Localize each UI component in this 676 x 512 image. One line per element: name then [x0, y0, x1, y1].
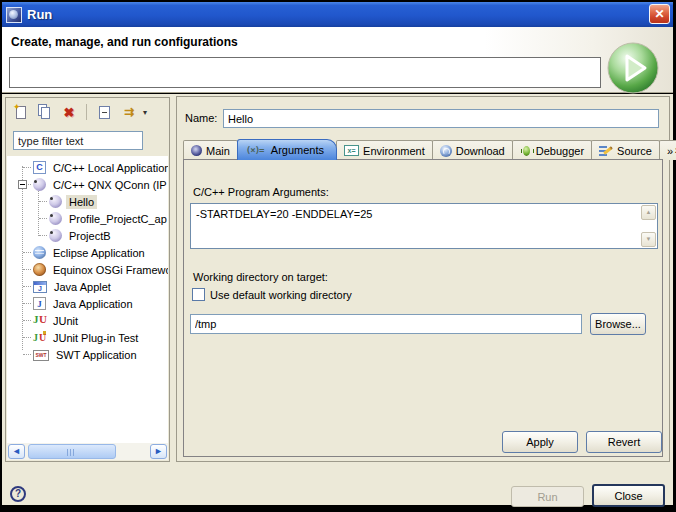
tree-item-label: C/C++ Local Application: [50, 161, 168, 175]
scroll-down-icon[interactable]: ▼: [641, 232, 656, 247]
swt-application-icon: [33, 350, 49, 361]
scroll-left-icon[interactable]: ◄: [8, 444, 25, 459]
eclipse-app-icon: [6, 7, 22, 23]
filter-icon[interactable]: ⇉: [119, 103, 137, 121]
tree-item-java-application[interactable]: Java Application: [7, 295, 168, 312]
junit-icon: [33, 314, 46, 327]
tree-item-label: ProjectB: [66, 229, 114, 243]
new-configuration-icon[interactable]: ✦: [12, 103, 30, 121]
use-default-label: Use default working directory: [210, 289, 352, 301]
duplicate-configuration-icon[interactable]: [36, 103, 54, 121]
tree-item-label: Java Applet: [51, 280, 114, 294]
delete-configuration-icon[interactable]: ✖: [60, 103, 78, 121]
tab-main[interactable]: Main: [183, 140, 238, 160]
tree-item-equinox-osgi[interactable]: Equinox OSGi Framewo: [7, 261, 168, 278]
tab-label: Debugger: [536, 145, 584, 157]
tree-item-label-selected: Hello: [66, 195, 97, 209]
overflow-tabs-icon: »: [667, 145, 673, 157]
revert-button[interactable]: Revert: [586, 431, 662, 453]
tab-label: Environment: [363, 145, 425, 157]
name-input[interactable]: [223, 109, 659, 128]
toolbar-separator: [86, 104, 87, 120]
tab-debugger[interactable]: Debugger: [512, 140, 592, 160]
scroll-right-icon[interactable]: ►: [150, 444, 167, 459]
tree-item-java-applet[interactable]: Java Applet: [7, 278, 168, 295]
working-directory-input[interactable]: [190, 314, 582, 334]
tree-item-projectb[interactable]: ProjectB: [7, 227, 168, 244]
tree-item-label: JUnit: [50, 314, 81, 328]
tab-overflow[interactable]: »2: [659, 140, 676, 160]
tree-item-label: Profile_ProjectC_ap: [66, 212, 168, 226]
filter-input[interactable]: [13, 131, 143, 150]
configuration-tabs: Main Arguments Environment Download Debu…: [183, 139, 676, 160]
configurations-tree: C/C++ Local Application C/C++ QNX QConn …: [7, 156, 168, 443]
dialog-header: Create, manage, and run configurations: [2, 27, 673, 93]
qnx-qconn-icon: [33, 178, 46, 191]
tree-item-label: Java Application: [50, 297, 136, 311]
run-dialog-window: Run ✕ Create, manage, and run configurat…: [0, 0, 676, 512]
source-tab-icon: [599, 145, 613, 157]
tree-item-junit-plugin-test[interactable]: JUnit Plug-in Test: [7, 329, 168, 346]
download-tab-icon: [440, 145, 452, 157]
tab-download[interactable]: Download: [432, 140, 513, 160]
program-arguments-label: C/C++ Program Arguments:: [193, 186, 329, 198]
run-banner-icon: [607, 42, 661, 96]
tree-item-label: Equinox OSGi Framewo: [50, 263, 168, 277]
close-window-button[interactable]: ✕: [649, 4, 670, 24]
title-bar[interactable]: Run ✕: [2, 2, 673, 27]
tree-item-profile-projectc[interactable]: Profile_ProjectC_ap: [7, 210, 168, 227]
tree-item-label: SWT Application: [53, 348, 140, 362]
arguments-tab-icon: [246, 144, 267, 156]
run-button-disabled[interactable]: Run: [511, 486, 584, 507]
message-area: [9, 57, 601, 88]
tab-label: Source: [617, 145, 652, 157]
use-default-working-directory-row: Use default working directory: [192, 288, 352, 301]
name-label: Name:: [185, 112, 217, 124]
window-title: Run: [27, 7, 52, 22]
eclipse-application-icon: [33, 246, 46, 259]
java-applet-icon: [33, 281, 47, 293]
tree-item-swt-application[interactable]: SWT Application: [7, 346, 168, 363]
qnx-qconn-icon: [49, 195, 62, 208]
tree-item-hello[interactable]: Hello: [7, 193, 168, 210]
tab-arguments[interactable]: Arguments: [237, 139, 337, 160]
tree-item-label: Eclipse Application: [50, 246, 148, 260]
tree-horizontal-scrollbar[interactable]: ◄ ►: [7, 443, 168, 460]
tree-item-label: JUnit Plug-in Test: [50, 331, 141, 345]
program-arguments-value: -STARTDELAY=20 -ENDDELAY=25: [196, 208, 637, 220]
tree-item-cpp-local[interactable]: C/C++ Local Application: [7, 159, 168, 176]
tree-item-junit[interactable]: JUnit: [7, 312, 168, 329]
configurations-toolbar: ✦ ✖ ⇉ ▾: [6, 98, 169, 126]
configurations-panel: ✦ ✖ ⇉ ▾ C/C++ Local Application C/C++ QN…: [5, 97, 170, 462]
tree-item-eclipse-application[interactable]: Eclipse Application: [7, 244, 168, 261]
debugger-tab-icon: [520, 145, 532, 157]
tree-item-qnx-qconn[interactable]: C/C++ QNX QConn (IP: [7, 176, 168, 193]
tab-environment[interactable]: Environment: [336, 140, 433, 160]
main-tab-icon: [191, 145, 202, 156]
equinox-osgi-icon: [33, 263, 46, 276]
qnx-qconn-icon: [49, 229, 62, 242]
apply-button[interactable]: Apply: [502, 431, 578, 453]
toolbar-dropdown-icon[interactable]: ▾: [143, 108, 153, 117]
java-application-icon: [33, 297, 46, 310]
arguments-tab-content: C/C++ Program Arguments: -STARTDELAY=20 …: [183, 159, 663, 457]
environment-tab-icon: [344, 145, 359, 156]
collapse-all-icon[interactable]: [95, 103, 113, 121]
scrollbar-thumb[interactable]: [28, 444, 116, 459]
use-default-checkbox[interactable]: [192, 288, 205, 301]
help-icon[interactable]: ?: [10, 486, 26, 502]
program-arguments-input[interactable]: -STARTDELAY=20 -ENDDELAY=25 ▲ ▼: [190, 203, 658, 249]
scroll-up-icon[interactable]: ▲: [641, 205, 656, 220]
working-directory-label: Working directory on target:: [193, 271, 328, 283]
c-application-icon: [33, 161, 46, 174]
tree-item-label: C/C++ QNX QConn (IP: [50, 178, 168, 192]
tab-label: Main: [206, 145, 230, 157]
dialog-header-title: Create, manage, and run configurations: [11, 35, 238, 49]
collapse-toggle-icon[interactable]: [18, 180, 27, 189]
configuration-detail-panel: Name: Main Arguments Environment Downloa…: [176, 96, 670, 462]
tab-source[interactable]: Source: [591, 140, 660, 160]
tab-label: Download: [456, 145, 505, 157]
junit-plugin-icon: [33, 331, 46, 344]
close-button[interactable]: Close: [592, 484, 665, 507]
browse-button[interactable]: Browse...: [590, 313, 646, 335]
